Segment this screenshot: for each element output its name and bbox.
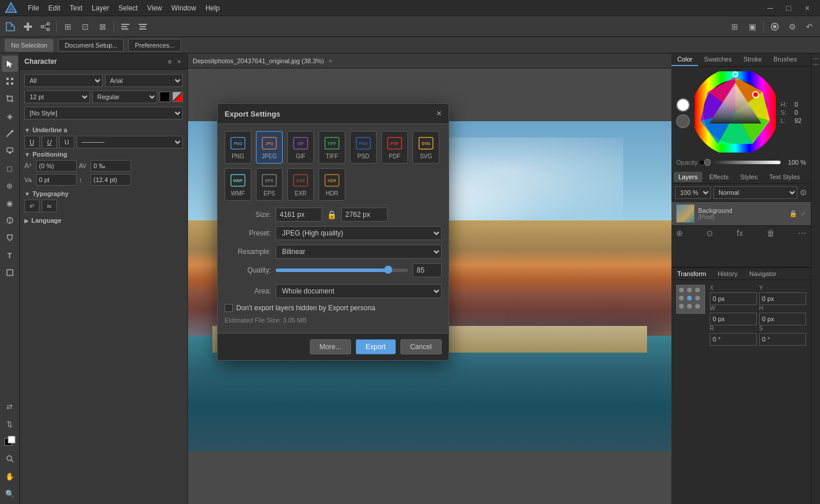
- dodge-tool[interactable]: [2, 212, 18, 229]
- underline-u-btn[interactable]: U: [24, 136, 39, 148]
- quality-input[interactable]: [413, 263, 442, 277]
- language-section-header[interactable]: ▶ Language: [20, 215, 187, 226]
- export-btn[interactable]: Export: [356, 339, 396, 354]
- handle-mm[interactable]: [687, 296, 692, 300]
- bg-color-circle[interactable]: [676, 114, 690, 128]
- format-hdr-btn[interactable]: HDR HDR: [319, 168, 345, 201]
- text-color-box[interactable]: [160, 92, 170, 102]
- document-setup-btn[interactable]: Document Setup...: [58, 39, 124, 52]
- x-input[interactable]: [710, 292, 757, 305]
- navigator-tab[interactable]: Navigator: [743, 268, 782, 280]
- lasso-tool[interactable]: ◈: [2, 108, 18, 124]
- zoom-tool[interactable]: [2, 451, 18, 467]
- blur-tool[interactable]: ◉: [2, 195, 18, 211]
- height-input[interactable]: [341, 208, 388, 222]
- add-btn[interactable]: [20, 19, 36, 35]
- layer-visibility-icon[interactable]: ✓: [801, 210, 806, 217]
- text-styles-tab[interactable]: Text Styles: [764, 172, 804, 182]
- canvas-content[interactable]: Export Settings × PNG PNG: [188, 68, 671, 504]
- blend-mode-select[interactable]: Normal: [713, 186, 797, 199]
- no-selection-btn[interactable]: No Selection: [5, 39, 53, 52]
- weight-select[interactable]: Regular: [92, 90, 158, 103]
- grid2-btn[interactable]: ⊡: [77, 19, 93, 35]
- menu-select[interactable]: Select: [114, 3, 142, 13]
- preset-select[interactable]: JPEG (High quality): [276, 226, 442, 240]
- menu-file[interactable]: File: [23, 3, 44, 13]
- format-eps-btn[interactable]: EPS EPS: [256, 168, 283, 201]
- tracking-input[interactable]: [91, 160, 131, 172]
- size-select[interactable]: 12 pt: [24, 90, 90, 103]
- menu-layer[interactable]: Layer: [87, 3, 114, 13]
- shear-input[interactable]: [759, 333, 806, 346]
- brush-tool[interactable]: [2, 125, 18, 142]
- handle-bl[interactable]: [679, 304, 684, 309]
- transform-tab[interactable]: Transform: [671, 268, 712, 280]
- format-psd-btn[interactable]: PSD PSD: [350, 131, 377, 164]
- align-center-btn[interactable]: [135, 19, 151, 35]
- positioning-section-header[interactable]: ▼ Positioning: [20, 148, 187, 160]
- zoom-out-tool[interactable]: 🔍: [2, 485, 18, 502]
- underline-other-btn[interactable]: U: [59, 136, 74, 148]
- handle-tl[interactable]: [679, 288, 684, 292]
- view-single-btn[interactable]: ▣: [744, 19, 760, 35]
- new-file-btn[interactable]: [2, 19, 19, 35]
- format-jpeg-btn[interactable]: JPG JPEG: [256, 131, 283, 164]
- handle-tr[interactable]: [695, 288, 700, 292]
- menu-edit[interactable]: Edit: [44, 3, 65, 13]
- fg-color-circle[interactable]: [676, 98, 690, 112]
- format-wmf-btn[interactable]: WMF WMF: [225, 168, 251, 201]
- menu-help[interactable]: Help: [201, 3, 225, 13]
- style-select[interactable]: [No Style]: [24, 107, 183, 119]
- tab-close-btn[interactable]: ×: [328, 57, 332, 64]
- format-tiff-btn[interactable]: TIFF TIFF: [319, 131, 345, 164]
- typography-section-header[interactable]: ▼ Typography: [20, 188, 187, 200]
- export-hidden-checkbox[interactable]: [225, 304, 233, 312]
- menu-window[interactable]: Window: [167, 3, 201, 13]
- underline-section-header[interactable]: ▼ Underline a: [20, 124, 187, 136]
- handle-mr[interactable]: [695, 296, 700, 300]
- color-fg-bg[interactable]: [2, 433, 18, 449]
- w-input[interactable]: [710, 313, 757, 325]
- format-png-btn[interactable]: PNG PNG: [225, 131, 251, 164]
- handle-ml[interactable]: [679, 296, 684, 300]
- more-layers-btn[interactable]: ⋯: [798, 229, 806, 238]
- grid-btn[interactable]: ⊞: [60, 19, 76, 35]
- baseline-pct-input[interactable]: [36, 160, 77, 172]
- flip-v-btn[interactable]: ⇅: [2, 416, 18, 432]
- view-grid-btn[interactable]: ⊞: [727, 19, 743, 35]
- flip-h-btn[interactable]: ⇄: [2, 398, 18, 415]
- shape-tool[interactable]: [2, 264, 18, 281]
- transform-btn[interactable]: ⊠: [95, 19, 111, 35]
- kerning-input[interactable]: [36, 174, 77, 186]
- resample-select[interactable]: Bilinear: [276, 245, 442, 259]
- delete-layer-btn[interactable]: 🗑: [767, 229, 775, 238]
- layers-tab[interactable]: Layers: [674, 172, 702, 182]
- rot-input[interactable]: [710, 333, 757, 346]
- opacity-select[interactable]: 100 %: [675, 186, 711, 199]
- node-tool[interactable]: [2, 73, 18, 89]
- swatches-tab[interactable]: Swatches: [698, 53, 738, 66]
- fx-btn[interactable]: fx: [737, 229, 743, 238]
- handle-tm[interactable]: [687, 288, 692, 292]
- maximize-btn[interactable]: □: [781, 0, 797, 16]
- width-input[interactable]: [276, 208, 322, 222]
- underline-u2-btn[interactable]: U: [42, 136, 57, 148]
- cancel-btn[interactable]: Cancel: [400, 339, 442, 354]
- quality-slider[interactable]: [276, 269, 408, 272]
- format-svg-btn[interactable]: SVG SVG: [413, 131, 439, 164]
- panel-pin-btn[interactable]: ≡: [166, 58, 173, 65]
- side-icon-2[interactable]: |: [812, 61, 819, 67]
- styles-tab[interactable]: Styles: [735, 172, 762, 182]
- dialog-close-btn[interactable]: ×: [436, 108, 442, 119]
- more-btn[interactable]: More...: [310, 339, 351, 354]
- superscript-btn[interactable]: x²: [24, 200, 39, 212]
- opacity-slider[interactable]: [700, 161, 781, 164]
- stroke-tab[interactable]: Stroke: [738, 53, 768, 66]
- script-select[interactable]: All: [24, 74, 103, 87]
- text-tool[interactable]: T: [2, 247, 18, 263]
- close-btn[interactable]: ×: [799, 0, 815, 16]
- add-layer-btn[interactable]: ⊕: [676, 229, 683, 238]
- undo-btn[interactable]: ↶: [801, 19, 818, 35]
- y-input[interactable]: [759, 292, 806, 305]
- background-layer-item[interactable]: Background (Pixel) 🔒 ✓: [671, 202, 811, 226]
